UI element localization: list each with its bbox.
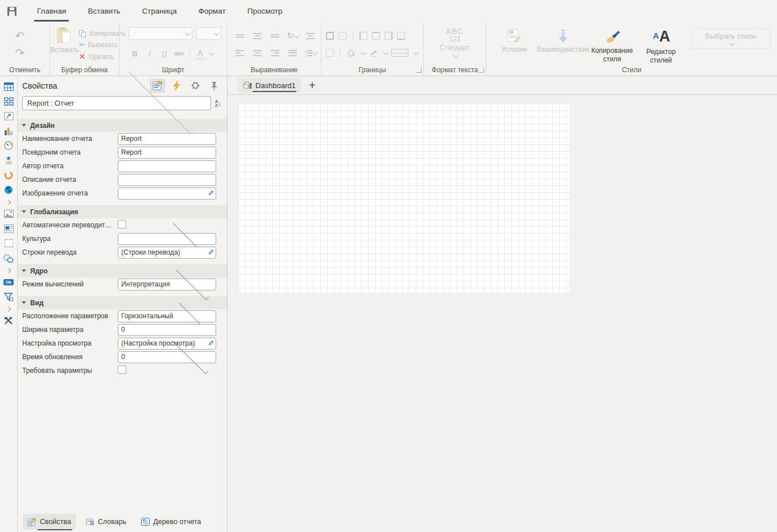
bold-button[interactable]: B — [129, 47, 141, 60]
edit-pencil-icon[interactable]: ✎ — [206, 190, 215, 196]
align-center-icon[interactable] — [251, 47, 263, 59]
border-none-icon[interactable] — [338, 32, 346, 40]
pivot-icon[interactable] — [2, 110, 15, 122]
parameter-width-input[interactable] — [118, 324, 216, 336]
panel-icon[interactable] — [2, 237, 15, 250]
report-image-input[interactable] — [118, 188, 216, 200]
align-top-icon[interactable] — [233, 30, 246, 42]
calculation-mode-select[interactable]: Интерпретация — [118, 279, 216, 290]
dashboard-canvas[interactable] — [238, 103, 569, 293]
page-tab-bar: Dashboard1 + — [228, 76, 777, 95]
text-format-button[interactable]: ABC 123 Стандарт — [424, 27, 486, 58]
report-description-input[interactable] — [118, 174, 216, 186]
border-bottom-icon[interactable] — [397, 32, 405, 40]
image-icon[interactable] — [2, 207, 15, 220]
chart-icon[interactable] — [2, 124, 15, 137]
align-justify-icon[interactable] — [286, 47, 299, 59]
font-name-select[interactable] — [129, 27, 192, 40]
line-spacing-icon[interactable]: ↕ — [304, 47, 316, 59]
progress-icon[interactable] — [2, 169, 15, 181]
ribbon-tab-preview[interactable]: Просмотр — [242, 0, 288, 23]
font-color-button[interactable]: A — [194, 47, 206, 60]
report-author-input[interactable] — [118, 160, 216, 172]
border-outside-icon[interactable] — [326, 49, 334, 57]
font-color-chevron-icon[interactable] — [209, 50, 214, 56]
border-all-icon[interactable] — [326, 32, 334, 40]
ribbon-tab-home[interactable]: Главная — [32, 0, 71, 23]
ribbon-tab-page[interactable]: Страница — [137, 0, 182, 23]
section-engine[interactable]: Ядро — [18, 264, 227, 277]
text-format-abc: ABC — [446, 27, 464, 36]
add-page-button[interactable]: + — [309, 80, 316, 91]
pen-chevron-icon[interactable] — [383, 49, 388, 55]
tab-properties[interactable]: Свойства — [23, 514, 76, 530]
more-filters-chevron-icon[interactable] — [2, 305, 15, 313]
group-text-format: ABC 123 Стандарт Формат текста — [424, 23, 486, 76]
section-globalization[interactable]: Глобализация — [18, 205, 227, 218]
word-wrap-icon[interactable] — [304, 30, 316, 42]
report-name-input[interactable] — [118, 133, 216, 145]
border-left-icon[interactable] — [359, 32, 367, 40]
border-line-style-icon[interactable] — [391, 49, 408, 57]
border-pen-icon[interactable] — [369, 49, 378, 57]
ribbon-tab-format[interactable]: Формат — [193, 0, 231, 23]
group-undo-label: Отменить — [0, 66, 49, 74]
page-tab-dashboard1[interactable]: Dashboard1 — [238, 78, 301, 93]
fill-bucket-icon[interactable] — [347, 49, 356, 57]
pin-panel-button[interactable] — [206, 79, 221, 93]
tab-dictionary[interactable]: Словарь — [81, 514, 131, 530]
parameters-orientation-select[interactable]: Горизонтальный — [118, 310, 216, 322]
strikeout-button[interactable]: abc — [173, 47, 185, 60]
refresh-time-select[interactable]: 0 — [118, 351, 216, 363]
object-selector-dropdown[interactable]: Report : Отчет — [22, 96, 211, 110]
auto-localize-checkbox[interactable] — [118, 220, 126, 228]
text-format-dialog-launcher-icon[interactable] — [479, 68, 484, 73]
settings-button[interactable] — [188, 79, 202, 93]
borders-dialog-launcher-icon[interactable] — [416, 68, 421, 73]
ribbon-tab-insert[interactable]: Вставить — [82, 0, 125, 23]
group-undo: ↶ ↷ Отменить — [0, 23, 50, 76]
section-design[interactable]: Дизайн — [18, 119, 227, 132]
group-styles-label: Стили — [486, 66, 777, 74]
edit-pencil-icon[interactable]: ✎ — [206, 249, 215, 255]
line-style-chevron-icon[interactable] — [413, 49, 419, 55]
align-bottom-icon[interactable] — [268, 30, 281, 42]
save-button[interactable] — [3, 3, 20, 20]
cards-icon[interactable] — [2, 95, 15, 107]
filter-icon[interactable] — [2, 290, 15, 303]
border-right-icon[interactable] — [385, 32, 392, 40]
font-size-select[interactable] — [196, 27, 221, 40]
text-icon[interactable] — [2, 222, 15, 235]
culture-select[interactable] — [118, 233, 216, 245]
gauge-icon[interactable] — [2, 139, 15, 152]
indicator-icon[interactable]: ★ 100 — [2, 154, 15, 167]
text-rotate-icon[interactable]: ↻ — [286, 30, 299, 42]
preview-settings-input[interactable] — [118, 338, 216, 350]
tab-report-tree[interactable]: Дерево отчета — [137, 514, 205, 530]
underline-button[interactable]: U — [158, 47, 171, 60]
align-middle-icon[interactable] — [251, 30, 263, 42]
map-icon[interactable] — [2, 184, 15, 196]
report-alias-input[interactable] — [118, 147, 216, 159]
italic-button[interactable]: I — [143, 47, 156, 60]
border-top-icon[interactable] — [372, 32, 380, 40]
fill-chevron-icon[interactable] — [361, 49, 366, 55]
localization-strings-input[interactable] — [118, 247, 216, 259]
redo-icon[interactable]: ↷ — [11, 44, 28, 61]
undo-icon[interactable]: ↶ — [11, 27, 28, 44]
table-icon[interactable] — [2, 80, 15, 93]
more-charts-chevron-icon[interactable] — [2, 198, 15, 206]
select-style-button[interactable]: Выбрать стиль — [691, 28, 771, 49]
sort-alphabetical-button[interactable]: AZ ↓ — [215, 99, 221, 107]
text-format-123: 123 — [449, 36, 460, 43]
button-ok-icon[interactable]: Ok — [2, 276, 15, 288]
section-view[interactable]: Вид — [18, 296, 227, 309]
align-left-icon[interactable] — [233, 47, 246, 59]
edit-pencil-icon[interactable]: ✎ — [206, 340, 215, 346]
events-button[interactable] — [169, 79, 184, 93]
shape-icon[interactable] — [2, 252, 15, 264]
tools-icon[interactable] — [2, 314, 15, 327]
request-parameters-checkbox[interactable] — [118, 365, 126, 374]
align-right-icon[interactable] — [268, 47, 281, 59]
more-shapes-chevron-icon[interactable] — [2, 267, 15, 274]
